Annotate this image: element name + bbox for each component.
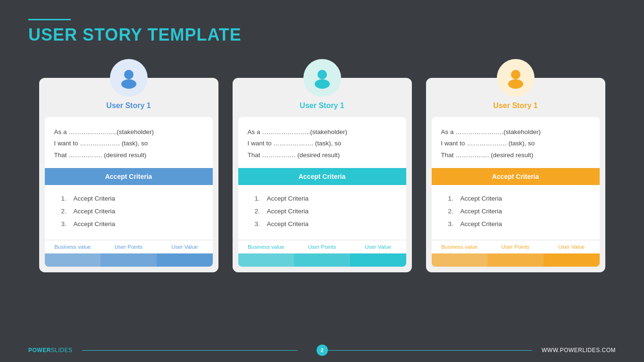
avatar-circle-2 xyxy=(303,59,341,97)
story-line2-2: I want to ………………. (task), so xyxy=(248,138,397,149)
card-title-1: User Story 1 xyxy=(39,99,218,117)
footer-color-3-2 xyxy=(487,253,544,267)
accept-criteria-bar-1: Accept Criteria xyxy=(45,168,213,185)
footer-labels-3: Business value User Points User Value xyxy=(432,240,600,253)
footer-label-up-2: User Points xyxy=(294,240,350,253)
footer-labels-1: Business value User Points User Value xyxy=(45,240,213,253)
story-line2-3: I want to ………………. (task), so xyxy=(441,138,590,149)
accept-criteria-bar-3: Accept Criteria xyxy=(432,168,600,185)
footer-color-2-2 xyxy=(294,253,350,267)
footer-bar-2: Business value User Points User Value xyxy=(238,240,406,253)
card-title-3: User Story 1 xyxy=(426,99,605,117)
footer-color-1-1 xyxy=(45,253,101,267)
card-story-3: As a …………………..(stakeholder) I want to ……… xyxy=(432,117,600,168)
avatar-circle-1 xyxy=(110,59,148,97)
footer-label-bv-1: Business value xyxy=(45,240,101,253)
footer-url: WWW.POWERLIDES.COM xyxy=(542,347,616,354)
card-body-3: User Story 1 As a …………………..(stakeholder)… xyxy=(426,78,605,272)
footer-color-2-1 xyxy=(238,253,294,267)
brand-part1: POWER xyxy=(28,347,51,354)
svg-point-1 xyxy=(121,79,136,89)
accept-criteria-bar-2: Accept Criteria xyxy=(238,168,406,185)
footer-bar-1: Business value User Points User Value xyxy=(45,240,213,253)
header-accent-line xyxy=(28,19,71,20)
card-story-1: As a …………………..(stakeholder) I want to ……… xyxy=(45,117,213,168)
story-line1-1: As a …………………..(stakeholder) xyxy=(54,126,203,138)
criteria-list-2: 1.Accept Criteria 2.Accept Criteria 3.Ac… xyxy=(238,185,406,240)
page-title: USER STORY TEMPLATE xyxy=(28,25,616,45)
slide: USER STORY TEMPLATE User Story 1 As a ……… xyxy=(0,0,644,362)
story-text-2: As a …………………..(stakeholder) I want to ……… xyxy=(248,126,397,161)
card-story-2: As a …………………..(stakeholder) I want to ……… xyxy=(238,117,406,168)
criteria-item-3-2: 2.Accept Criteria xyxy=(448,205,590,218)
card-body-2: User Story 1 As a …………………..(stakeholder)… xyxy=(233,78,412,272)
footer-label-uv-3: User Value xyxy=(544,240,600,253)
footer-brand: POWERSLIDES xyxy=(28,347,73,354)
criteria-item-1-3: 3.Accept Criteria xyxy=(61,218,203,230)
brand-part2: SLIDES xyxy=(51,347,73,354)
footer-page-number: 2 xyxy=(317,345,328,356)
footer-line-left xyxy=(82,350,298,351)
story-text-3: As a …………………..(stakeholder) I want to ……… xyxy=(441,126,590,161)
footer-color-1-2 xyxy=(100,253,157,267)
story-text-1: As a …………………..(stakeholder) I want to ……… xyxy=(54,126,203,161)
footer-color-2-3 xyxy=(350,253,406,267)
criteria-item-2-1: 1.Accept Criteria xyxy=(255,192,397,205)
footer-label-up-3: User Points xyxy=(487,240,544,253)
criteria-item-2-2: 2.Accept Criteria xyxy=(255,205,397,218)
footer-color-1-3 xyxy=(157,253,213,267)
footer-bar-3: Business value User Points User Value xyxy=(432,240,600,253)
cards-container: User Story 1 As a …………………..(stakeholder)… xyxy=(28,59,616,272)
card-body-1: User Story 1 As a …………………..(stakeholder)… xyxy=(39,78,218,272)
svg-point-4 xyxy=(511,70,520,79)
footer-color-3-3 xyxy=(544,253,600,267)
footer-colors-1 xyxy=(45,253,213,267)
footer-colors-2 xyxy=(238,253,406,267)
criteria-list-3: 1.Accept Criteria 2.Accept Criteria 3.Ac… xyxy=(432,185,600,240)
card-2: User Story 1 As a …………………..(stakeholder)… xyxy=(233,59,412,272)
criteria-list-1: 1.Accept Criteria 2.Accept Criteria 3.Ac… xyxy=(45,185,213,240)
avatar-circle-3 xyxy=(497,59,535,97)
slide-footer: POWERSLIDES 2 WWW.POWERLIDES.COM xyxy=(28,347,616,354)
footer-label-up-1: User Points xyxy=(100,240,157,253)
criteria-item-1-2: 2.Accept Criteria xyxy=(61,205,203,218)
story-line1-3: As a …………………..(stakeholder) xyxy=(441,126,590,138)
footer-label-bv-2: Business value xyxy=(238,240,294,253)
footer-labels-2: Business value User Points User Value xyxy=(238,240,406,253)
svg-point-0 xyxy=(124,70,134,79)
story-line3-3: That ……………. (desired result) xyxy=(441,150,590,161)
card-1: User Story 1 As a …………………..(stakeholder)… xyxy=(39,59,218,272)
criteria-item-2-3: 3.Accept Criteria xyxy=(255,218,397,230)
svg-point-3 xyxy=(315,79,330,89)
story-line1-2: As a …………………..(stakeholder) xyxy=(248,126,397,138)
story-line3-2: That ……………. (desired result) xyxy=(248,150,397,161)
title-part1: USER STORY xyxy=(28,25,142,44)
criteria-item-3-3: 3.Accept Criteria xyxy=(448,218,590,230)
story-line3-1: That ……………. (desired result) xyxy=(54,150,203,161)
footer-line-right xyxy=(317,350,532,351)
criteria-item-3-1: 1.Accept Criteria xyxy=(448,192,590,205)
svg-point-2 xyxy=(318,70,327,79)
criteria-item-1-1: 1.Accept Criteria xyxy=(61,192,203,205)
footer-label-uv-2: User Value xyxy=(350,240,406,253)
card-3: User Story 1 As a …………………..(stakeholder)… xyxy=(426,59,605,272)
card-title-2: User Story 1 xyxy=(233,99,412,117)
title-part2: TEMPLATE xyxy=(147,25,241,44)
footer-color-3-1 xyxy=(432,253,488,267)
footer-label-uv-1: User Value xyxy=(157,240,213,253)
svg-point-5 xyxy=(508,79,523,89)
footer-label-bv-3: Business value xyxy=(432,240,488,253)
story-line2-1: I want to ………………. (task), so xyxy=(54,138,203,149)
footer-colors-3 xyxy=(432,253,600,267)
